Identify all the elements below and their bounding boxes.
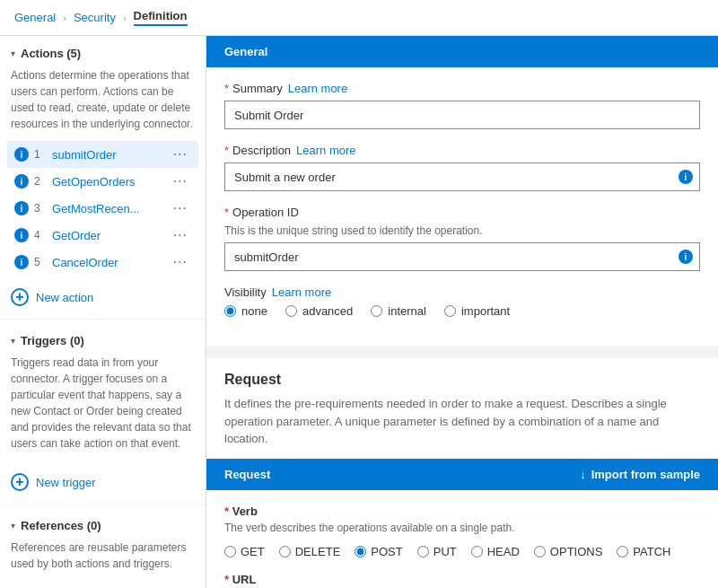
breadcrumb-general[interactable]: General bbox=[14, 11, 56, 24]
general-header: General bbox=[206, 36, 718, 67]
visibility-radio-group: none advanced internal important bbox=[224, 304, 700, 318]
triggers-section-header[interactable]: ▾ Triggers (0) bbox=[0, 323, 206, 355]
triggers-chevron-icon: ▾ bbox=[11, 336, 15, 346]
visibility-advanced-label: advanced bbox=[302, 304, 353, 318]
action-num-5: 5 bbox=[34, 256, 48, 268]
info-icon-4: i bbox=[14, 228, 29, 242]
visibility-learn-more-link[interactable]: Learn more bbox=[272, 285, 331, 299]
references-section-header[interactable]: ▾ References (0) bbox=[0, 508, 206, 540]
action-item-3[interactable]: i 3 GetMostRecen... ··· bbox=[7, 195, 198, 222]
summary-required-star: * bbox=[224, 82, 229, 95]
verb-head-radio[interactable] bbox=[471, 546, 483, 557]
verb-get-radio[interactable] bbox=[224, 546, 236, 557]
description-input[interactable] bbox=[224, 162, 700, 191]
url-label-row: * URL bbox=[224, 573, 700, 586]
actions-chevron-icon: ▾ bbox=[11, 48, 15, 58]
operation-id-input[interactable] bbox=[224, 242, 700, 271]
import-from-sample-button[interactable]: ↓ Import from sample bbox=[580, 468, 700, 481]
visibility-internal-label: internal bbox=[388, 304, 426, 318]
action-item-4[interactable]: i 4 GetOrder ··· bbox=[7, 222, 198, 249]
summary-input[interactable] bbox=[224, 101, 700, 129]
general-form-body: * Summary Learn more * Description Learn… bbox=[206, 67, 718, 347]
action-item-5[interactable]: i 5 CancelOrder ··· bbox=[7, 249, 198, 276]
request-header-label: Request bbox=[224, 468, 270, 481]
content-area: General * Summary Learn more * Descripti… bbox=[206, 36, 718, 588]
description-label-row: * Description Learn more bbox=[224, 144, 700, 157]
action-item-1[interactable]: i 1 submitOrder ··· bbox=[7, 141, 198, 168]
summary-label-row: * Summary Learn more bbox=[224, 82, 700, 95]
triggers-title: Triggers (0) bbox=[21, 334, 84, 347]
verb-head-option[interactable]: HEAD bbox=[471, 545, 520, 558]
verb-label: Verb bbox=[232, 505, 258, 518]
visibility-none-option[interactable]: none bbox=[224, 304, 267, 318]
action-name-4[interactable]: GetOrder bbox=[52, 229, 170, 242]
description-required-star: * bbox=[224, 144, 229, 157]
visibility-none-radio[interactable] bbox=[224, 305, 236, 317]
actions-description: Actions determine the operations that us… bbox=[0, 67, 206, 141]
visibility-advanced-option[interactable]: advanced bbox=[285, 304, 353, 318]
visibility-none-label: none bbox=[241, 304, 267, 318]
breadcrumb-security[interactable]: Security bbox=[74, 11, 116, 24]
visibility-internal-option[interactable]: internal bbox=[371, 304, 426, 318]
new-action-label: New action bbox=[36, 291, 93, 304]
action-name-2[interactable]: GetOpenOrders bbox=[52, 175, 170, 189]
verb-delete-option[interactable]: DELETE bbox=[279, 545, 341, 558]
action-more-2[interactable]: ··· bbox=[170, 173, 191, 189]
action-name-3[interactable]: GetMostRecen... bbox=[52, 202, 170, 215]
visibility-internal-radio[interactable] bbox=[371, 305, 382, 317]
action-list: i 1 submitOrder ··· i 2 GetOpenOrders ··… bbox=[0, 141, 206, 276]
visibility-important-option[interactable]: important bbox=[444, 304, 510, 318]
action-more-5[interactable]: ··· bbox=[170, 254, 191, 270]
visibility-advanced-radio[interactable] bbox=[285, 305, 297, 317]
description-label: Description bbox=[232, 144, 291, 157]
download-icon: ↓ bbox=[580, 468, 586, 481]
plus-circle-trigger-icon: + bbox=[11, 473, 29, 491]
verb-options-option[interactable]: OPTIONS bbox=[534, 545, 603, 558]
action-name-5[interactable]: CancelOrder bbox=[52, 256, 170, 269]
new-action-button[interactable]: + New action bbox=[0, 279, 206, 315]
action-item-2[interactable]: i 2 GetOpenOrders ··· bbox=[7, 168, 198, 195]
action-num-2: 2 bbox=[34, 175, 48, 188]
visibility-label-row: Visibility Learn more bbox=[224, 285, 700, 299]
action-more-4[interactable]: ··· bbox=[170, 227, 191, 243]
action-more-1[interactable]: ··· bbox=[170, 146, 191, 162]
description-group: * Description Learn more i bbox=[224, 144, 700, 191]
request-section: Request It defines the pre-requirements … bbox=[206, 357, 718, 588]
verb-label-row: * Verb bbox=[224, 505, 700, 518]
verb-post-radio[interactable] bbox=[355, 546, 366, 557]
breadcrumb-definition[interactable]: Definition bbox=[134, 9, 188, 26]
summary-label: Summary bbox=[232, 82, 283, 95]
info-icon-2: i bbox=[14, 174, 29, 189]
verb-patch-radio[interactable] bbox=[617, 546, 628, 557]
references-chevron-icon: ▾ bbox=[11, 521, 15, 531]
divider-2 bbox=[0, 504, 206, 505]
action-more-3[interactable]: ··· bbox=[170, 200, 191, 216]
operation-id-info-icon[interactable]: i bbox=[679, 250, 693, 264]
visibility-important-radio[interactable] bbox=[444, 305, 456, 317]
breadcrumb-sep-2: › bbox=[123, 13, 127, 23]
description-info-icon[interactable]: i bbox=[679, 170, 693, 184]
action-num-1: 1 bbox=[34, 148, 48, 161]
verb-put-option[interactable]: PUT bbox=[417, 545, 457, 558]
summary-group: * Summary Learn more bbox=[224, 82, 700, 129]
action-num-3: 3 bbox=[34, 202, 48, 215]
import-sample-label: Import from sample bbox=[591, 468, 700, 481]
verb-options-radio[interactable] bbox=[534, 546, 546, 557]
references-title: References (0) bbox=[21, 519, 101, 532]
verb-patch-option[interactable]: PATCH bbox=[617, 545, 670, 558]
verb-delete-radio[interactable] bbox=[279, 546, 291, 557]
new-trigger-button[interactable]: + New trigger bbox=[0, 464, 206, 500]
verb-put-label: PUT bbox=[433, 545, 457, 558]
verb-radio-group: GET DELETE POST PUT bbox=[224, 545, 700, 558]
description-learn-more-link[interactable]: Learn more bbox=[296, 144, 355, 157]
operation-id-input-wrapper: i bbox=[224, 242, 700, 271]
operation-id-label-row: * Operation ID bbox=[224, 206, 700, 219]
visibility-important-label: important bbox=[461, 304, 510, 318]
triggers-description: Triggers read data in from your connecto… bbox=[0, 355, 206, 461]
verb-get-option[interactable]: GET bbox=[224, 545, 265, 558]
action-name-1[interactable]: submitOrder bbox=[52, 148, 170, 162]
verb-post-option[interactable]: POST bbox=[355, 545, 402, 558]
verb-put-radio[interactable] bbox=[417, 546, 429, 557]
actions-section-header[interactable]: ▾ Actions (5) bbox=[0, 36, 206, 67]
summary-learn-more-link[interactable]: Learn more bbox=[288, 82, 347, 95]
